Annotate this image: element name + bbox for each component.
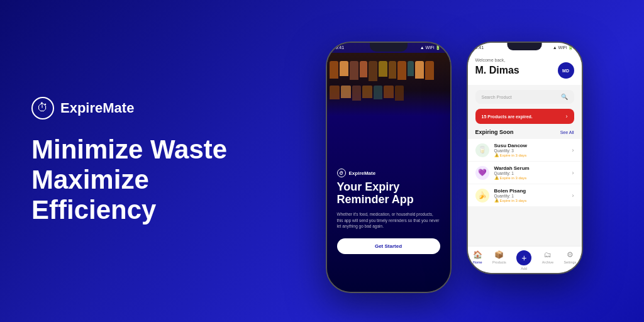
- right-phone-header: Welcome back, M. Dimas MD: [468, 53, 582, 85]
- settings-icon: ⚙: [567, 250, 574, 259]
- shelf-item-2: [340, 61, 348, 76]
- user-row: M. Dimas MD: [475, 62, 574, 79]
- product-expire-1: ⚠️ Expire in 3 days: [494, 175, 572, 180]
- search-icon: 🔍: [561, 94, 568, 100]
- notch-left: [370, 43, 408, 52]
- nav-add[interactable]: + Add: [516, 250, 531, 270]
- product-expire-2: ⚠️ Expire in 3 days: [494, 198, 572, 203]
- phones-section: 9:41 ▲ WiFi 🔋: [264, 16, 644, 306]
- hero-text: ⏱ ExpireMate Your Expiry Reminder App Wh…: [327, 169, 450, 254]
- search-placeholder: Search Product: [482, 95, 512, 99]
- warning-icon-1: ⚠️: [494, 175, 499, 180]
- product-info-2: Bolen Pisang Quantity: 1 ⚠️ Expire in 3 …: [494, 188, 572, 203]
- shelf-item-b6: [384, 86, 394, 98]
- status-signal-left: ▲ WiFi 🔋: [420, 45, 441, 50]
- home-icon: 🏠: [473, 250, 482, 259]
- phone-brand-small: ⏱ ExpireMate: [337, 169, 440, 177]
- product-item-0[interactable]: 🥛 Susu Dancow Quantity: 3 ⚠️ Expire in 3…: [468, 139, 582, 161]
- section-header: Expiring Soon See All: [468, 129, 582, 139]
- warning-icon-2: ⚠️: [494, 198, 499, 203]
- phone-hero-title: Your Expiry Reminder App: [337, 181, 440, 206]
- welcome-text: Welcome back,: [475, 58, 574, 62]
- product-item-2[interactable]: 🍌 Bolen Pisang Quantity: 1 ⚠️ Expire in …: [468, 184, 582, 206]
- product-qty-1: Quantity: 1: [494, 171, 572, 175]
- notch-right: [508, 43, 542, 50]
- avatar: MD: [558, 62, 574, 79]
- shelf-item-b7: [395, 86, 404, 101]
- phone-title-line1: Your Expiry: [337, 181, 440, 194]
- brand-name: ExpireMate: [60, 100, 134, 116]
- alert-chevron-icon: ›: [566, 113, 568, 119]
- product-name-2: Bolen Pisang: [494, 188, 572, 194]
- product-chevron-1: ›: [572, 170, 574, 176]
- nav-archive[interactable]: 🗂 Archive: [542, 250, 553, 270]
- product-chevron-0: ›: [572, 147, 574, 153]
- product-chevron-2: ›: [572, 192, 574, 199]
- search-bar[interactable]: Search Product 🔍: [475, 90, 574, 104]
- status-time-left: 9:41: [336, 45, 345, 50]
- left-phone-content: 9:41 ▲ WiFi 🔋: [327, 43, 450, 292]
- product-info-1: Wardah Serum Quantity: 1 ⚠️ Expire in 3 …: [494, 165, 572, 180]
- shelf-item-b3: [352, 86, 361, 101]
- right-phone: 9:41 ▲ WiFi 🔋 Welcome back, M. Dimas MD …: [467, 42, 583, 274]
- left-phone: 9:41 ▲ WiFi 🔋: [326, 42, 452, 293]
- nav-products[interactable]: 📦 Products: [492, 250, 506, 270]
- phone-brand-icon-small: ⏱: [337, 169, 346, 177]
- shelf-item-8: [397, 61, 406, 80]
- shelf-item-b2: [341, 86, 351, 98]
- shelf-item-5: [369, 61, 377, 81]
- shelf-item-3: [350, 61, 358, 80]
- product-item-1[interactable]: 💜 Wardah Serum Quantity: 1 ⚠️ Expire in …: [468, 162, 582, 184]
- hero-bg: [327, 43, 450, 292]
- left-section: ExpireMate Minimize Waste Maximize Effic…: [0, 59, 264, 264]
- get-started-button[interactable]: Get Started: [337, 238, 440, 254]
- shelf-row-2: [327, 84, 450, 102]
- alert-banner[interactable]: 15 Products are expired. ›: [475, 109, 574, 124]
- product-icon-2: 🍌: [475, 189, 489, 203]
- nav-settings[interactable]: ⚙ Settings: [564, 250, 576, 270]
- add-icon[interactable]: +: [516, 250, 531, 265]
- products-label: Products: [492, 260, 506, 264]
- alert-text: 15 Products are expired.: [482, 114, 533, 119]
- headline-line2: Maximize Efficiency: [31, 165, 233, 226]
- products-icon: 📦: [494, 250, 504, 259]
- settings-label: Settings: [564, 260, 576, 264]
- phone-subtitle: Whether it's food, medication, or househ…: [337, 211, 440, 230]
- product-name-0: Susu Dancow: [494, 143, 572, 148]
- shelf-item-11: [425, 61, 434, 80]
- shelf-item-b4: [362, 86, 372, 98]
- see-all-button[interactable]: See All: [560, 130, 574, 135]
- shelf-item-6: [379, 61, 387, 77]
- product-expire-0: ⚠️ Expire in 3 days: [494, 153, 572, 157]
- status-icons-right: ▲ WiFi 🔋: [553, 45, 574, 50]
- shelf-item-4: [360, 61, 367, 77]
- headline: Minimize Waste Maximize Efficiency: [31, 135, 233, 226]
- archive-icon: 🗂: [544, 250, 552, 259]
- shelf-item-10: [415, 61, 424, 79]
- add-label: Add: [521, 267, 527, 270]
- shelf-item-7: [389, 61, 396, 79]
- headline-line1: Minimize Waste: [31, 135, 233, 165]
- product-name-1: Wardah Serum: [494, 165, 572, 171]
- product-icon-0: 🥛: [475, 143, 489, 157]
- warning-icon-0: ⚠️: [494, 153, 499, 157]
- home-label: Home: [473, 260, 482, 264]
- archive-label: Archive: [542, 260, 553, 264]
- shelf-row-1: [327, 58, 450, 84]
- shelf-item-1: [330, 61, 338, 79]
- bottom-nav: 🏠 Home 📦 Products + Add 🗂 Archive ⚙: [468, 246, 582, 273]
- shelf-item-9: [408, 61, 414, 76]
- shelf-decoration: [327, 53, 450, 116]
- shelf-item-b1: [330, 86, 340, 99]
- status-time-right: 9:41: [475, 45, 484, 50]
- brand-row: ExpireMate: [31, 97, 233, 119]
- product-qty-0: Quantity: 3: [494, 148, 572, 153]
- product-icon-1: 💜: [475, 166, 489, 180]
- nav-home[interactable]: 🏠 Home: [473, 250, 482, 270]
- user-name: M. Dimas: [475, 65, 519, 76]
- brand-icon: [31, 97, 54, 119]
- shelf-item-b5: [374, 86, 382, 99]
- product-qty-2: Quantity: 1: [494, 194, 572, 198]
- product-info-0: Susu Dancow Quantity: 3 ⚠️ Expire in 3 d…: [494, 143, 572, 157]
- phone-brand-name-small: ExpireMate: [349, 170, 376, 176]
